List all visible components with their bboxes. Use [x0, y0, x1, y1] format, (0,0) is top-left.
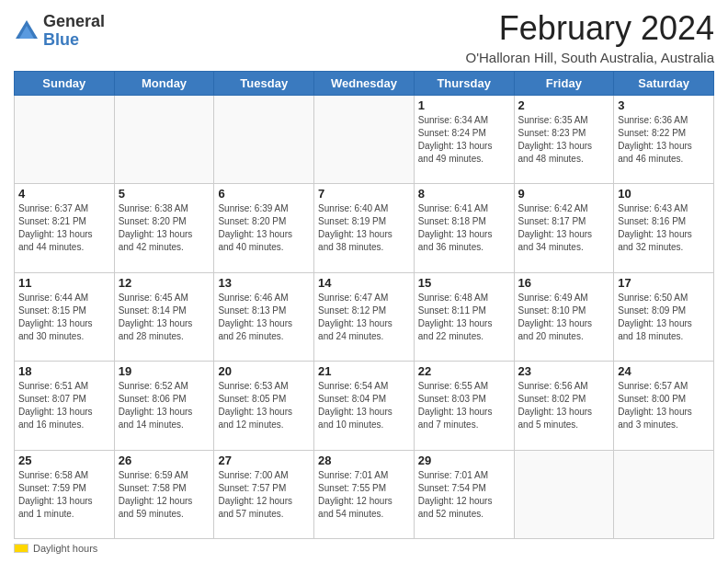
day-info: Sunrise: 6:57 AM Sunset: 8:00 PM Dayligh… — [618, 380, 710, 431]
calendar-week-row: 1Sunrise: 6:34 AM Sunset: 8:24 PM Daylig… — [15, 96, 714, 184]
calendar-week-row: 25Sunrise: 6:58 AM Sunset: 7:59 PM Dayli… — [15, 450, 714, 538]
logo-blue: Blue — [43, 31, 105, 50]
calendar-cell: 27Sunrise: 7:00 AM Sunset: 7:57 PM Dayli… — [214, 450, 314, 538]
calendar-cell: 17Sunrise: 6:50 AM Sunset: 8:09 PM Dayli… — [614, 272, 714, 361]
day-number: 18 — [18, 364, 110, 378]
location-title: O'Halloran Hill, South Australia, Austra… — [466, 50, 715, 65]
logo-text: General Blue — [43, 13, 105, 50]
calendar-table: SundayMondayTuesdayWednesdayThursdayFrid… — [14, 71, 714, 539]
calendar-cell: 28Sunrise: 7:01 AM Sunset: 7:55 PM Dayli… — [314, 450, 415, 538]
page: General Blue February 2024 O'Halloran Hi… — [0, 0, 728, 563]
day-number: 29 — [418, 454, 510, 467]
logo: General Blue — [14, 13, 105, 50]
day-number: 2 — [518, 98, 610, 112]
title-area: February 2024 O'Halloran Hill, South Aus… — [466, 9, 715, 65]
day-number: 11 — [18, 276, 110, 290]
day-info: Sunrise: 6:35 AM Sunset: 8:23 PM Dayligh… — [518, 114, 610, 166]
day-info: Sunrise: 6:52 AM Sunset: 8:06 PM Dayligh… — [119, 380, 210, 431]
calendar-cell: 1Sunrise: 6:34 AM Sunset: 8:24 PM Daylig… — [414, 96, 514, 184]
day-number: 15 — [418, 276, 510, 290]
day-number: 19 — [119, 364, 210, 378]
day-number: 8 — [418, 187, 510, 201]
day-info: Sunrise: 6:42 AM Sunset: 8:17 PM Dayligh… — [518, 202, 610, 254]
day-info: Sunrise: 6:46 AM Sunset: 8:13 PM Dayligh… — [218, 292, 310, 343]
day-number: 26 — [119, 454, 210, 467]
header: General Blue February 2024 O'Halloran Hi… — [14, 9, 714, 65]
month-title: February 2024 — [466, 9, 715, 48]
calendar-week-row: 11Sunrise: 6:44 AM Sunset: 8:15 PM Dayli… — [15, 272, 714, 361]
day-info: Sunrise: 6:53 AM Sunset: 8:05 PM Dayligh… — [218, 380, 310, 431]
calendar-cell: 21Sunrise: 6:54 AM Sunset: 8:04 PM Dayli… — [314, 362, 415, 450]
calendar-cell: 8Sunrise: 6:41 AM Sunset: 8:18 PM Daylig… — [414, 184, 514, 272]
day-info: Sunrise: 6:48 AM Sunset: 8:11 PM Dayligh… — [418, 292, 510, 343]
calendar-day-header: Tuesday — [214, 72, 314, 96]
calendar-day-header: Saturday — [614, 72, 714, 96]
calendar-cell: 18Sunrise: 6:51 AM Sunset: 8:07 PM Dayli… — [15, 362, 115, 450]
day-number: 5 — [119, 187, 210, 201]
day-info: Sunrise: 6:34 AM Sunset: 8:24 PM Dayligh… — [418, 114, 510, 166]
day-number: 7 — [318, 187, 410, 201]
calendar-day-header: Wednesday — [314, 72, 415, 96]
calendar-week-row: 4Sunrise: 6:37 AM Sunset: 8:21 PM Daylig… — [15, 184, 714, 272]
day-info: Sunrise: 6:45 AM Sunset: 8:14 PM Dayligh… — [119, 292, 210, 343]
calendar-day-header: Sunday — [15, 72, 115, 96]
day-number: 21 — [318, 364, 410, 378]
calendar-day-header: Monday — [114, 72, 214, 96]
calendar-cell: 22Sunrise: 6:55 AM Sunset: 8:03 PM Dayli… — [414, 362, 514, 450]
day-info: Sunrise: 6:49 AM Sunset: 8:10 PM Dayligh… — [518, 292, 610, 343]
calendar-cell: 9Sunrise: 6:42 AM Sunset: 8:17 PM Daylig… — [514, 184, 614, 272]
calendar-cell: 25Sunrise: 6:58 AM Sunset: 7:59 PM Dayli… — [15, 450, 115, 538]
legend-box — [14, 544, 28, 553]
calendar-cell — [514, 450, 614, 538]
calendar-cell: 11Sunrise: 6:44 AM Sunset: 8:15 PM Dayli… — [15, 272, 115, 361]
calendar-cell: 23Sunrise: 6:56 AM Sunset: 8:02 PM Dayli… — [514, 362, 614, 450]
logo-icon — [14, 18, 40, 44]
calendar-cell: 7Sunrise: 6:40 AM Sunset: 8:19 PM Daylig… — [314, 184, 415, 272]
day-number: 25 — [18, 454, 110, 467]
calendar-cell: 15Sunrise: 6:48 AM Sunset: 8:11 PM Dayli… — [414, 272, 514, 361]
day-number: 23 — [518, 364, 610, 378]
calendar-cell: 16Sunrise: 6:49 AM Sunset: 8:10 PM Dayli… — [514, 272, 614, 361]
calendar-cell: 19Sunrise: 6:52 AM Sunset: 8:06 PM Dayli… — [114, 362, 214, 450]
day-info: Sunrise: 6:50 AM Sunset: 8:09 PM Dayligh… — [618, 292, 710, 343]
day-info: Sunrise: 6:40 AM Sunset: 8:19 PM Dayligh… — [318, 202, 410, 254]
calendar-cell: 4Sunrise: 6:37 AM Sunset: 8:21 PM Daylig… — [15, 184, 115, 272]
legend-label: Daylight hours — [33, 543, 97, 554]
logo-general: General — [43, 13, 105, 31]
calendar-cell: 20Sunrise: 6:53 AM Sunset: 8:05 PM Dayli… — [214, 362, 314, 450]
day-info: Sunrise: 6:58 AM Sunset: 7:59 PM Dayligh… — [18, 469, 110, 521]
day-info: Sunrise: 7:00 AM Sunset: 7:57 PM Dayligh… — [218, 469, 310, 521]
day-number: 22 — [418, 364, 510, 378]
day-number: 17 — [618, 276, 710, 290]
calendar-cell — [114, 96, 214, 184]
calendar-cell: 24Sunrise: 6:57 AM Sunset: 8:00 PM Dayli… — [614, 362, 714, 450]
day-number: 13 — [218, 276, 310, 290]
day-number: 1 — [418, 98, 510, 112]
day-info: Sunrise: 6:43 AM Sunset: 8:16 PM Dayligh… — [618, 202, 710, 254]
calendar-cell: 26Sunrise: 6:59 AM Sunset: 7:58 PM Dayli… — [114, 450, 214, 538]
day-info: Sunrise: 6:56 AM Sunset: 8:02 PM Dayligh… — [518, 380, 610, 431]
calendar-cell: 14Sunrise: 6:47 AM Sunset: 8:12 PM Dayli… — [314, 272, 415, 361]
day-number: 9 — [518, 187, 610, 201]
calendar-cell: 10Sunrise: 6:43 AM Sunset: 8:16 PM Dayli… — [614, 184, 714, 272]
day-info: Sunrise: 6:54 AM Sunset: 8:04 PM Dayligh… — [318, 380, 410, 431]
day-number: 6 — [218, 187, 310, 201]
day-number: 27 — [218, 454, 310, 467]
calendar-cell: 13Sunrise: 6:46 AM Sunset: 8:13 PM Dayli… — [214, 272, 314, 361]
day-info: Sunrise: 6:41 AM Sunset: 8:18 PM Dayligh… — [418, 202, 510, 254]
calendar-cell — [614, 450, 714, 538]
day-info: Sunrise: 6:38 AM Sunset: 8:20 PM Dayligh… — [119, 202, 210, 254]
day-number: 20 — [218, 364, 310, 378]
calendar-day-header: Friday — [514, 72, 614, 96]
day-info: Sunrise: 6:55 AM Sunset: 8:03 PM Dayligh… — [418, 380, 510, 431]
day-info: Sunrise: 6:47 AM Sunset: 8:12 PM Dayligh… — [318, 292, 410, 343]
day-number: 4 — [18, 187, 110, 201]
calendar-cell: 12Sunrise: 6:45 AM Sunset: 8:14 PM Dayli… — [114, 272, 214, 361]
day-number: 14 — [318, 276, 410, 290]
day-info: Sunrise: 6:39 AM Sunset: 8:20 PM Dayligh… — [218, 202, 310, 254]
calendar-cell: 29Sunrise: 7:01 AM Sunset: 7:54 PM Dayli… — [414, 450, 514, 538]
calendar-cell: 3Sunrise: 6:36 AM Sunset: 8:22 PM Daylig… — [614, 96, 714, 184]
day-info: Sunrise: 7:01 AM Sunset: 7:55 PM Dayligh… — [318, 469, 410, 521]
day-number: 24 — [618, 364, 710, 378]
day-info: Sunrise: 6:36 AM Sunset: 8:22 PM Dayligh… — [618, 114, 710, 166]
